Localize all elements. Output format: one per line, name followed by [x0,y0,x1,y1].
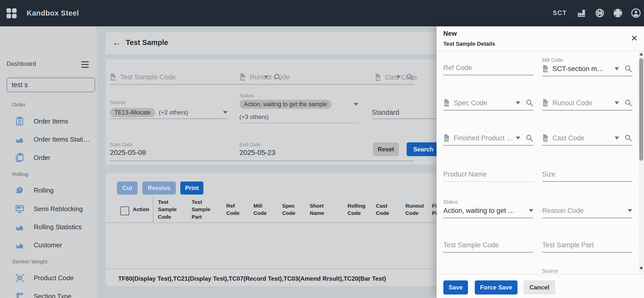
drawer-subtitle: Test Sample Details [443,41,495,47]
box-3d-icon [15,273,25,283]
sidebar-search-input[interactable] [11,81,101,89]
circular-saw-icon [15,185,25,195]
search-icon[interactable] [526,134,533,142]
search-button[interactable]: Search [407,142,440,156]
status-chip[interactable]: Action, waiting to get the sample [239,100,332,109]
drawer-status-field[interactable]: Action, waiting to get … [443,204,533,218]
column-divider [153,196,153,222]
sidebar-item-semi-reblocking[interactable]: Semi Reblocking [15,203,95,214]
sidebar-item-rolling[interactable]: Rolling [15,185,95,196]
table-header-underline [106,222,446,223]
status-underline [239,123,358,123]
spec-code-field[interactable]: Spec Code [443,96,533,110]
app-title: Kandbox Steel [27,9,79,17]
doc-code-icon [542,99,549,107]
page-title: Test Sample [126,38,168,47]
mill-code-field[interactable]: SCT-section m… [542,62,632,76]
sidebar-item-order-items-statistics[interactable]: Order Items Stati… [15,134,95,145]
chevron-down-icon[interactable] [529,209,533,212]
factory-icon[interactable] [577,8,587,18]
apps-grid-icon[interactable] [7,8,17,18]
force-save-button[interactable]: Force Save [475,280,518,294]
filter-cast-code[interactable]: Cast Code [375,70,446,85]
sidebar: Dashboard Order Order Items Order Items … [0,26,97,298]
print-button[interactable]: Print [180,182,203,195]
sidebar-section-section-weight: Section Weight [12,259,48,265]
search-icon[interactable] [625,65,632,73]
sidebar-item-rolling-statistics[interactable]: Rolling Statistics [15,221,95,232]
source-more: (+2 others) [159,109,188,116]
chevron-down-icon[interactable] [628,209,632,212]
select-all-checkbox[interactable] [120,206,129,215]
sidebar-item-order-items[interactable]: Order Items [15,116,95,127]
back-arrow-icon[interactable]: ← [113,38,121,47]
reset-button[interactable]: Reset [373,142,399,156]
account-icon[interactable] [631,8,641,18]
sidebar-section-order: Order [12,102,26,108]
chart-line-icon [15,134,25,144]
drawer-source-label: Source [542,268,558,274]
drawer-footer-divider [437,274,644,274]
drawer-header-divider [437,51,644,51]
column-header-runout-code: Runout Code [405,196,429,222]
clipboard-list-icon [15,116,25,126]
doc-code-icon [110,73,116,81]
column-header-mill-code: Mill Code [253,196,272,222]
chevron-down-icon[interactable] [223,111,228,114]
clipboard-copy-icon [15,153,25,163]
chevron-down-icon[interactable] [516,137,520,140]
start-date-label: Start Date [110,142,133,148]
close-icon[interactable]: ✕ [631,33,638,43]
column-header-spec-code: Spec Code [282,196,302,222]
chevron-down-icon[interactable] [615,101,619,104]
app-root: Kandbox Steel SCT Dashboard Order Order … [0,0,644,298]
source-select[interactable]: TE13-Allocate (+2 others) [110,106,228,119]
column-header-short-name: Short Name [310,196,332,222]
sidebar-item-section-type[interactable]: Section Type [15,291,95,298]
source-chip[interactable]: TE13-Allocate [110,108,155,117]
drawer-title: New [443,30,457,37]
scroll-up-icon[interactable] [639,53,643,55]
cut-button[interactable]: Cut [117,182,138,195]
chevron-down-icon[interactable] [354,103,358,106]
save-button[interactable]: Save [443,280,468,294]
drawer-scrollbar-thumb[interactable] [639,58,643,161]
chevron-down-icon[interactable] [615,137,619,140]
column-header-action: Action [133,196,153,222]
sidebar-item-product-code[interactable]: Product Code [15,272,95,283]
status-label: Status [239,93,254,99]
status-more: (+3 others) [239,113,269,121]
cancel-button[interactable]: Cancel [524,280,555,294]
status-select[interactable]: Action, waiting to get the sample [239,100,358,109]
search-icon[interactable] [625,99,632,107]
chart-line-icon [15,240,25,250]
size-field[interactable]: Size [542,167,632,182]
globe-icon[interactable] [595,8,605,18]
receive-button[interactable]: Receive [142,182,176,195]
chevron-down-icon[interactable] [615,67,619,70]
standard-field[interactable]: Standard [372,106,446,119]
finished-product-code-field[interactable]: Finished Product C… [443,131,533,146]
chevron-down-icon[interactable] [516,101,520,104]
test-codes-note: TF80(Display Test),TC21(Display Test),TC… [118,275,386,282]
column-header-rolling-code: Rolling Code [348,196,370,222]
cast-code-field[interactable]: Cast Code [542,131,632,146]
drawer-test-sample-part-field[interactable]: Test Sample Part [542,238,632,253]
sidebar-item-order[interactable]: Order [15,152,95,163]
doc-code-icon [443,99,450,107]
column-header-cast-code: Cast Code [376,196,396,222]
drawer-test-sample-code-field[interactable]: Test Sample Code [443,238,533,253]
reason-code-field[interactable]: Reason Code [542,204,632,218]
fullscreen-icon[interactable] [613,8,623,18]
column-header-test-sample-part: Test Sample Part [192,196,217,222]
column-header-test-sample-code: Test Sample Code [158,196,183,222]
search-icon[interactable] [526,99,533,107]
runout-code-field[interactable]: Runout Code [542,96,632,110]
sidebar-item-customer[interactable]: Customer [15,240,95,251]
product-name-field[interactable]: Product Name [443,167,533,182]
search-icon[interactable] [625,134,632,142]
menu-toggle-icon[interactable] [81,61,89,68]
ref-code-field[interactable]: Ref Code [443,61,533,75]
scroll-down-icon[interactable] [639,267,643,270]
sidebar-section-rolling: Rolling [12,171,28,177]
